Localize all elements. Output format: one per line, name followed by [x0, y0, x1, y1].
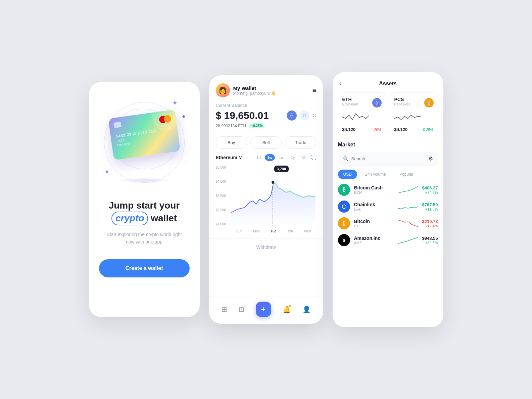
list-item-bch: ₿ Bitcoin Cash BCH $406.27 +94.3% [338, 184, 438, 196]
btc-ticker: BTC [354, 224, 394, 228]
chart-svg [231, 166, 315, 226]
nav-chart-icon[interactable]: ⊞ [222, 305, 227, 313]
market-list: ₿ Bitcoin Cash BCH $406.27 +94.3% ⬡ [338, 184, 438, 246]
nav-user-icon[interactable]: 👤 [302, 305, 311, 313]
amz-ticker: AMZ [354, 241, 394, 245]
eth-info: ETH Ethereum [342, 97, 358, 109]
asset-card-pcs: PCS Pancakes 🐰 $4.120 +0.25% [390, 92, 438, 136]
btc-info: Bitcoin BTC [354, 219, 394, 228]
screens-container: 5442 2833 2193 21/4 09/22 Pam Ayol ✦ ◆ ✦… [76, 58, 457, 341]
menu-icon[interactable]: ≡ [312, 87, 317, 94]
list-item-btc: ₿ Bitcoin BTC $219.78 -12.4% [338, 217, 438, 229]
card-shadow [117, 177, 171, 183]
search-bar: 🔍 ⚙ [338, 152, 438, 166]
assets-screen: ‹ Assets ETH Ethereum ⟠ $4.120 -1.20% [333, 72, 443, 327]
chart-xaxis: Sun Mon Tue Thu Wed [216, 229, 317, 233]
onboarding-screen: 5442 2833 2193 21/4 09/22 Pam Ayol ✦ ◆ ✦… [89, 82, 200, 317]
amz-sparkline [398, 235, 418, 245]
link-price-val: $767.50 [422, 202, 438, 207]
back-button[interactable]: ‹ [339, 80, 341, 87]
user-info: My Wallet Morning, pambayun! 👋 [233, 85, 276, 96]
chart-container: $5,000 $4,000 $3,500 $2,500 $1,000 [216, 166, 317, 226]
subtitle: Start exploring the crypto world right n… [104, 231, 185, 246]
bch-change: +94.3% [422, 190, 438, 194]
buy-button[interactable]: Buy [216, 136, 247, 149]
bch-info: Bitcoin Cash BCH [354, 185, 394, 194]
chart-peak-dot [272, 181, 274, 184]
bch-sparkline [398, 185, 418, 195]
eth-change: -1.20% [370, 128, 382, 132]
link-change: +11.5% [422, 207, 438, 211]
bottom-nav: ⊞ ⊡ + 🔔 👤 [209, 297, 323, 324]
eth-ticker: ETH [342, 97, 358, 102]
tab-all[interactable]: All [299, 154, 308, 161]
card-illustration: 5442 2833 2193 21/4 09/22 Pam Ayol ✦ ◆ ✦ [101, 95, 188, 189]
tab-24h[interactable]: 24h volume [360, 170, 391, 179]
eth-currency-icon: ⟠ [287, 110, 297, 121]
tab-1w[interactable]: 1w [265, 154, 275, 161]
tab-1d[interactable]: 1d [254, 154, 263, 161]
y-label-5000: $5,000 [216, 166, 226, 169]
mastercard-logo [158, 115, 172, 124]
tab-1m[interactable]: 1m [276, 154, 287, 161]
bch-price: $406.27 +94.3% [422, 185, 438, 194]
sparkle-1: ✦ [172, 99, 178, 107]
balance-label: Current Balance [216, 103, 317, 108]
bch-name: Bitcoin Cash [354, 185, 394, 190]
list-item-link: ⬡ Chainlink Link $767.50 +11.5% [338, 201, 438, 213]
create-wallet-button[interactable]: Create a wallet [99, 259, 190, 277]
withdraw-section: Withdraw [209, 238, 323, 256]
sparkle-2: ◆ [182, 114, 185, 119]
pcs-change: +0.25% [421, 128, 434, 132]
trade-button[interactable]: Trade [285, 136, 316, 149]
withdraw-button[interactable]: Withdraw [256, 245, 276, 250]
pcs-ticker: PCS [394, 97, 410, 102]
bch-price-val: $406.27 [422, 185, 438, 190]
chart-section: Ethereum ∨ 1d 1w 1m 1y All ⛶ $5,000 $4,0… [209, 154, 323, 238]
asset-cards: ETH Ethereum ⟠ $4.120 -1.20% PCS [333, 92, 443, 142]
eth-amount: 28.9902134 ETH [216, 124, 246, 128]
nav-plus-button[interactable]: + [256, 302, 271, 317]
currency-icons: ⟠ ⬡ ↻ [287, 110, 317, 121]
headline-line2: crypto wallet [109, 212, 180, 225]
sparkle-3: ✦ [104, 168, 110, 176]
y-label-4000: $4,000 [216, 180, 226, 183]
eth-card-header: ETH Ethereum ⟠ [342, 97, 382, 109]
link-price: $767.50 +11.5% [422, 202, 438, 211]
nav-wallet-icon[interactable]: ⊡ [239, 305, 244, 313]
balance-amount: $ 19,650.01 [216, 110, 269, 121]
eth-price: $4.120 [342, 127, 356, 132]
balance-row: $ 19,650.01 ⟠ ⬡ ↻ [216, 110, 317, 121]
action-buttons: Buy Sell Trade [209, 134, 323, 154]
tab-popular[interactable]: Popular [394, 170, 419, 179]
link-ticker: Link [354, 207, 394, 211]
pcs-card-header: PCS Pancakes 🐰 [394, 97, 434, 109]
dot-currency-icon: ⬡ [299, 110, 309, 121]
pcs-info: PCS Pancakes [394, 97, 410, 109]
refresh-icon[interactable]: ↻ [312, 113, 317, 119]
expand-icon[interactable]: ⛶ [311, 154, 317, 161]
market-tabs: USD 24h volume Popular [338, 170, 438, 179]
filter-icon[interactable]: ⚙ [428, 156, 433, 162]
chart-labels: $5,000 $4,000 $3,500 $2,500 $1,000 [216, 166, 226, 226]
btc-change: -12.4% [422, 224, 438, 228]
y-label-3500: $3,500 [216, 194, 226, 198]
x-thu: Thu [287, 229, 293, 233]
market-section: Market 🔍 ⚙ USD 24h volume Popular ₿ Bitc… [333, 142, 443, 327]
market-title: Market [338, 142, 438, 148]
time-tabs: 1d 1w 1m 1y All ⛶ [254, 154, 316, 161]
pcs-mini-chart [394, 110, 421, 124]
sell-button[interactable]: Sell [250, 136, 282, 149]
headline: Jump start your crypto wallet [109, 200, 180, 225]
eth-mini-chart [342, 110, 369, 124]
tab-1y[interactable]: 1y [288, 154, 298, 161]
bch-ticker: BCH [354, 190, 394, 194]
wallet-user: 👩 My Wallet Morning, pambayun! 👋 [216, 83, 276, 97]
eth-balance: 28.9902134 ETH +0.25% [216, 123, 317, 128]
link-icon: ⬡ [338, 201, 350, 213]
tab-usd[interactable]: USD [338, 170, 357, 179]
nav-bell-icon[interactable]: 🔔 [283, 305, 291, 313]
chart-header: Ethereum ∨ 1d 1w 1m 1y All ⛶ [216, 154, 317, 161]
card-chip [113, 122, 122, 128]
search-input[interactable] [351, 156, 426, 161]
